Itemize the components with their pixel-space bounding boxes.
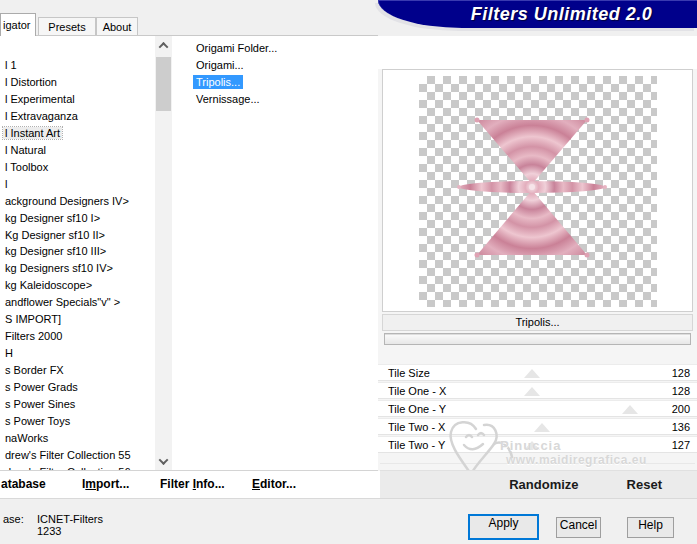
filter-item[interactable]: Tripolis... [180,74,378,91]
slider-row[interactable]: Tile One - Y200 [378,400,697,417]
category-item[interactable]: Filters 2000 [0,328,154,345]
category-item[interactable]: drew's Filter Collection 55 [0,447,154,464]
preview-box [382,69,693,312]
scrollbar-thumb[interactable] [156,57,171,111]
slider-value: 128 [672,367,690,379]
filter-list[interactable]: Origami Folder...Origami...Tripolis...Ve… [180,40,378,108]
filters-unlimited-dialog: Filters Unlimited 2.0 igator Presets Abo… [0,0,697,544]
category-item[interactable]: l Toolbox [0,159,154,176]
category-item[interactable]: kg Designer sf10 III> [0,243,154,260]
slider-value: 136 [672,421,690,433]
scroll-up-icon[interactable] [155,36,172,54]
category-item[interactable]: S IMPORT] [0,311,154,328]
menu-bar: atabase Import... Filter Info... Editor.… [0,471,380,498]
database-name: ICNET-Filters [37,513,103,525]
hourglass-render [419,76,657,307]
category-item[interactable]: l 1 [0,57,154,74]
menu-editor[interactable]: Editor... [252,477,296,491]
slider-thumb-icon[interactable] [534,423,550,432]
category-item[interactable]: s Power Grads [0,379,154,396]
slider-row[interactable]: Tile Two - X136 [378,418,697,435]
slider-thumb-icon[interactable] [524,369,540,378]
preview-caption: Tripolis... [382,314,693,331]
scroll-down-icon[interactable] [155,452,172,470]
category-item[interactable]: l Extravaganza [0,108,154,125]
category-scrollbar[interactable] [155,36,172,470]
filter-item[interactable]: Vernissage... [180,91,378,108]
tab-about[interactable]: About [96,17,138,36]
category-item[interactable]: Kg Designer sf10 II> [0,227,154,244]
slider-thumb-icon[interactable] [622,405,638,414]
tab-navigator[interactable]: igator [0,13,36,36]
randomize-button[interactable]: Randomize [509,477,578,492]
category-item[interactable]: andflower Specials"v" > [0,294,154,311]
help-button[interactable]: Help [627,517,674,538]
category-item[interactable]: s Power Toys [0,413,154,430]
category-item[interactable]: s Power Sines [0,396,154,413]
category-item[interactable]: ackground Designers IV> [0,193,154,210]
slider-row[interactable]: Tile One - X128 [378,382,697,399]
title-banner: Filters Unlimited 2.0 [378,0,697,28]
slider-label: Tile Two - Y [388,439,445,451]
menu-filter-info[interactable]: Filter Info... [160,477,225,491]
category-item[interactable]: naWorks [0,430,154,447]
cancel-button[interactable]: Cancel [556,517,601,538]
category-list[interactable]: l 1l Distortionl Experimentall Extravaga… [0,57,154,470]
slider-label: Tile Two - X [388,421,445,433]
category-item[interactable]: l [0,176,154,193]
category-item[interactable]: l Instant Art [0,125,154,142]
apply-button[interactable]: Apply [468,514,539,540]
app-title: Filters Unlimited 2.0 [471,4,653,25]
slider-value: 128 [672,385,690,397]
category-item[interactable]: drew's Filter Collection 56 [0,464,154,470]
reset-button[interactable]: Reset [627,477,662,492]
watermark-url: www.maidiregrafica.eu [506,453,647,467]
filter-item[interactable]: Origami... [180,57,378,74]
slider-value: 200 [672,403,690,415]
category-item[interactable]: kg Designer sf10 I> [0,210,154,227]
menu-import[interactable]: Import... [82,477,129,491]
category-item[interactable]: H [0,345,154,362]
slider-value: 127 [672,439,690,451]
filter-count: 1233 [37,525,61,537]
category-item[interactable]: l Distortion [0,74,154,91]
slider-label: Tile One - X [388,385,446,397]
progress-bar [384,333,691,345]
category-item[interactable]: kg Kaleidoscope> [0,277,154,294]
tab-presets[interactable]: Presets [38,17,96,36]
slider-thumb-icon[interactable] [524,387,540,396]
category-item[interactable]: kg Designers sf10 IV> [0,260,154,277]
category-item[interactable]: l Experimental [0,91,154,108]
slider-label: Tile Size [388,367,430,379]
menu-database[interactable]: atabase [1,477,46,491]
slider-row[interactable]: Tile Size128 [378,364,697,381]
category-item[interactable]: l Natural [0,142,154,159]
main-content: l 1l Distortionl Experimentall Extravaga… [0,36,697,471]
database-label: ase: [3,513,24,525]
filter-item[interactable]: Origami Folder... [180,40,378,57]
category-item[interactable]: s Border FX [0,362,154,379]
preview-image [419,76,657,307]
watermark-name: Pinuccia [500,438,561,453]
actions-bar: Randomize Reset [380,470,697,498]
slider-label: Tile One - Y [388,403,446,415]
preview-panel: Tripolis... Tile Size128Tile One - X128T… [378,69,697,507]
